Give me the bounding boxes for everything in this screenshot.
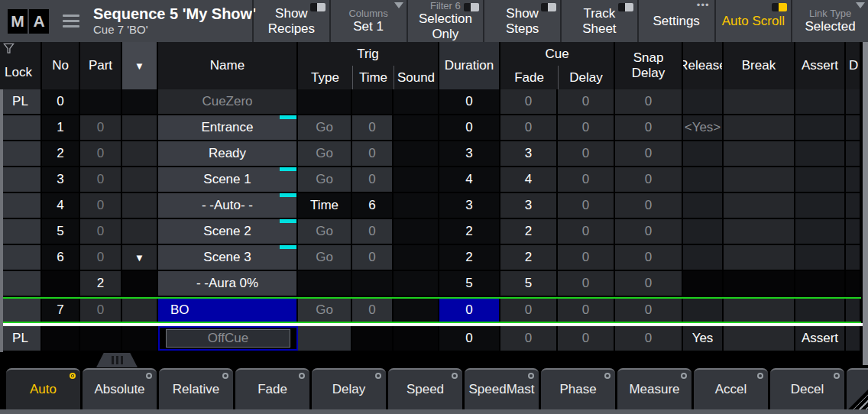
cell-release[interactable]: <Yes> bbox=[683, 115, 724, 140]
cell-d[interactable] bbox=[846, 245, 861, 270]
cell-time[interactable]: 0 bbox=[352, 299, 394, 322]
cell-release[interactable] bbox=[683, 219, 724, 244]
header-trig-time[interactable]: Time bbox=[352, 66, 394, 89]
cell-d[interactable] bbox=[846, 271, 861, 296]
cell-part[interactable]: 0 bbox=[80, 245, 122, 270]
cell-arrow[interactable] bbox=[122, 219, 158, 244]
header-trig-sound[interactable]: Sound bbox=[394, 66, 438, 89]
cell-assert[interactable] bbox=[795, 141, 846, 166]
cell-part[interactable]: 0 bbox=[80, 115, 122, 140]
cell-fade[interactable]: 2 bbox=[500, 219, 558, 244]
auto-scroll-button[interactable]: Auto Scroll bbox=[714, 0, 792, 42]
encoder-tab-absolute[interactable]: Absolute bbox=[83, 368, 157, 409]
header-lock[interactable]: Lock bbox=[0, 42, 42, 89]
header-d[interactable]: D bbox=[846, 42, 861, 89]
header-release[interactable]: Release bbox=[683, 42, 724, 89]
cell-release[interactable] bbox=[683, 299, 724, 322]
header-no[interactable]: No bbox=[42, 42, 80, 89]
cell-time[interactable]: 0 bbox=[352, 115, 394, 140]
cell-no[interactable]: 1 bbox=[42, 115, 80, 140]
cell-fade[interactable]: 3 bbox=[500, 141, 558, 166]
encoder-tab-accel[interactable]: Accel bbox=[694, 368, 768, 409]
cell-part[interactable]: 0 bbox=[80, 219, 122, 244]
cell-name[interactable]: BO bbox=[158, 299, 298, 322]
cell-release[interactable] bbox=[683, 193, 724, 218]
cell-assert[interactable] bbox=[795, 219, 846, 244]
cell-delay[interactable]: 0 bbox=[558, 245, 615, 270]
cell-sound[interactable] bbox=[394, 219, 439, 244]
cell-d[interactable] bbox=[846, 141, 861, 166]
cell-break[interactable] bbox=[724, 245, 795, 270]
link-type-button[interactable]: Link Type Selected bbox=[791, 0, 868, 42]
cell-no[interactable]: 5 bbox=[42, 219, 80, 244]
cell-type[interactable]: Go bbox=[298, 245, 352, 270]
cell-type[interactable]: Time bbox=[298, 193, 352, 218]
cell-lock[interactable] bbox=[0, 271, 42, 296]
cell-delay[interactable]: 0 bbox=[558, 219, 615, 244]
encoder-bar-grip-handle[interactable] bbox=[96, 353, 138, 367]
cell-snap[interactable]: 0 bbox=[615, 326, 683, 351]
columns-set-button[interactable]: Columns Set 1 bbox=[329, 0, 406, 42]
cell-time[interactable]: 0 bbox=[352, 245, 394, 270]
cell-sound[interactable] bbox=[394, 89, 439, 114]
cell-fade[interactable]: 5 bbox=[500, 271, 558, 296]
cell-snap[interactable]: 0 bbox=[615, 115, 683, 140]
cell-release[interactable] bbox=[683, 245, 724, 270]
cell-duration[interactable]: 0 bbox=[439, 89, 500, 114]
cell-delay[interactable]: 0 bbox=[558, 167, 615, 192]
cell-fade[interactable]: 3 bbox=[500, 193, 558, 218]
cell-name[interactable]: CueZero bbox=[158, 89, 298, 114]
settings-button[interactable]: ••• Settings bbox=[637, 0, 714, 42]
cell-no[interactable]: 4 bbox=[42, 193, 80, 218]
cell-delay[interactable]: 0 bbox=[558, 115, 615, 140]
cell-lock[interactable] bbox=[0, 141, 42, 166]
cell-lock[interactable] bbox=[0, 299, 42, 322]
cell-lock[interactable]: PL bbox=[0, 89, 42, 114]
cell-time[interactable]: 0 bbox=[352, 141, 394, 166]
cell-arrow[interactable]: ▼ bbox=[122, 245, 158, 270]
cell-delay[interactable]: 0 bbox=[558, 141, 615, 166]
cell-d[interactable] bbox=[846, 115, 861, 140]
cell-delay[interactable]: 0 bbox=[558, 326, 615, 351]
cell-name[interactable]: Ready bbox=[158, 141, 298, 166]
sequence-title-area[interactable]: M A Sequence 5 'My Show' Cue 7 'BO' bbox=[0, 0, 252, 42]
cell-sound[interactable] bbox=[394, 115, 439, 140]
cell-arrow[interactable] bbox=[122, 167, 158, 192]
cell-sound[interactable] bbox=[394, 245, 439, 270]
cell-release[interactable] bbox=[683, 271, 724, 296]
cell-assert[interactable] bbox=[795, 167, 846, 192]
cell-part[interactable] bbox=[80, 326, 122, 351]
cell-no[interactable]: 6 bbox=[42, 245, 80, 270]
track-sheet-button[interactable]: Track Sheet bbox=[560, 0, 637, 42]
cell-part[interactable]: 0 bbox=[80, 167, 122, 192]
cell-arrow[interactable] bbox=[122, 193, 158, 218]
header-trig-type[interactable]: Type bbox=[298, 66, 352, 89]
header-cue-delay[interactable]: Delay bbox=[558, 66, 614, 89]
header-collapse-arrow[interactable]: ▼ bbox=[122, 42, 158, 89]
cell-snap[interactable]: 0 bbox=[615, 193, 683, 218]
cell-time[interactable] bbox=[352, 271, 394, 296]
cell-fade[interactable]: 0 bbox=[500, 89, 558, 114]
cell-no[interactable] bbox=[42, 326, 80, 351]
encoder-tab-auto[interactable]: Auto bbox=[6, 368, 80, 409]
cell-fade[interactable]: 0 bbox=[500, 326, 558, 351]
cell-part[interactable]: 0 bbox=[80, 141, 122, 166]
show-recipes-button[interactable]: Show Recipes bbox=[252, 0, 329, 42]
encoder-tab-decel[interactable]: Decel bbox=[770, 368, 844, 409]
cell-lock[interactable]: PL bbox=[0, 326, 42, 351]
cell-name[interactable]: Entrance bbox=[158, 115, 298, 140]
cell-snap[interactable]: 0 bbox=[615, 167, 683, 192]
encoder-tab-delay[interactable]: Delay bbox=[312, 368, 386, 409]
encoder-tab-measure[interactable]: Measure bbox=[617, 368, 691, 409]
encoder-tab-fade[interactable]: Fade bbox=[235, 368, 309, 409]
cell-no[interactable] bbox=[42, 271, 80, 296]
cell-fade[interactable]: 0 bbox=[500, 299, 558, 322]
cell-sound[interactable] bbox=[394, 271, 439, 296]
cell-d[interactable] bbox=[846, 299, 861, 322]
cell-release[interactable] bbox=[683, 141, 724, 166]
cell-d[interactable] bbox=[846, 89, 861, 114]
cell-time[interactable] bbox=[352, 89, 394, 114]
cell-name[interactable]: OffCue bbox=[158, 326, 298, 351]
cell-part[interactable]: 0 bbox=[80, 299, 122, 322]
cell-break[interactable] bbox=[724, 219, 795, 244]
